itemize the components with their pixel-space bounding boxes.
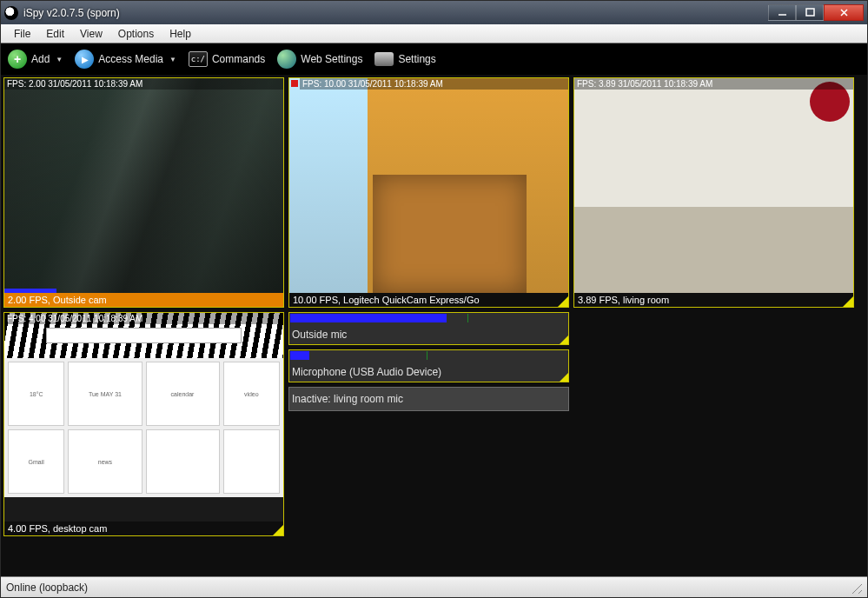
audio-usb-mic[interactable]: Microphone (USB Audio Device)	[288, 349, 569, 382]
access-media-label: Access Media	[98, 53, 163, 65]
misc-widget	[223, 429, 280, 494]
resize-handle-icon[interactable]	[843, 296, 853, 307]
minimize-button[interactable]	[768, 4, 796, 21]
chevron-down-icon: ▼	[169, 56, 176, 63]
browser-footer-thumb	[4, 497, 283, 522]
web-settings-label: Web Settings	[301, 53, 362, 65]
camera-outside-cam[interactable]: FPS: 2.00 31/05/2011 10:18:39 AM 2.00 FP…	[3, 77, 284, 308]
app-window: iSpy v2.0.7.5 (sporn) File Edit View Opt…	[0, 0, 868, 598]
feed-caption: 10.00 FPS, Logitech QuickCam Express/Go	[289, 293, 568, 307]
browser-header-thumb	[4, 313, 283, 358]
access-media-button[interactable]: ▶ Access Media ▼	[75, 50, 176, 69]
resize-handle-icon[interactable]	[560, 373, 568, 382]
audio-living-room-mic[interactable]: Inactive: living room mic	[288, 387, 569, 411]
video-feed	[289, 78, 568, 293]
audio-tick-icon	[427, 351, 427, 360]
menu-options[interactable]: Options	[110, 26, 162, 42]
statusbar: Online (loopback)	[1, 576, 867, 597]
status-text: Online (loopback)	[6, 581, 88, 594]
feed-caption: 2.00 FPS, Outside cam	[4, 293, 283, 307]
resize-grip-icon[interactable]	[850, 581, 862, 594]
feed-caption: 4.00 FPS, desktop cam	[4, 522, 283, 535]
workspace[interactable]: FPS: 2.00 31/05/2011 10:18:39 AM 2.00 FP…	[1, 75, 867, 576]
video-feed	[4, 78, 283, 293]
feed-caption: 3.89 FPS, living room	[574, 293, 853, 307]
audio-level-icon	[290, 314, 447, 322]
news-widget: news	[68, 429, 142, 494]
audio-level-icon	[290, 351, 309, 360]
menu-help[interactable]: Help	[162, 26, 199, 42]
commands-button[interactable]: c:/ Commands	[189, 51, 265, 67]
svg-rect-0	[806, 9, 814, 16]
searchbar-thumb	[46, 328, 242, 343]
audio-label: Microphone (USB Audio Device)	[292, 366, 441, 378]
settings-label: Settings	[398, 53, 435, 65]
settings-button[interactable]: Settings	[374, 52, 435, 66]
menu-file[interactable]: File	[6, 26, 38, 42]
web-settings-button[interactable]: Web Settings	[277, 50, 362, 69]
titlebar[interactable]: iSpy v2.0.7.5 (sporn)	[1, 1, 867, 24]
resize-handle-icon[interactable]	[558, 296, 568, 307]
add-label: Add	[31, 53, 50, 65]
window-buttons	[768, 4, 864, 21]
audio-label: Inactive: living room mic	[292, 393, 403, 405]
video-feed: 18°C Tue MAY 31 calendar video Gmail new…	[4, 313, 283, 522]
commands-label: Commands	[212, 53, 265, 65]
add-button[interactable]: + Add ▼	[8, 50, 63, 69]
maximize-button[interactable]	[796, 4, 824, 21]
desktop-widgets-thumb: 18°C Tue MAY 31 calendar video Gmail new…	[4, 358, 283, 497]
camera-desktop-cam[interactable]: 18°C Tue MAY 31 calendar video Gmail new…	[3, 312, 284, 536]
add-icon: +	[8, 50, 27, 69]
record-indicator-icon	[291, 80, 298, 87]
weather-widget: 18°C	[8, 362, 64, 426]
settings-icon	[374, 52, 394, 66]
video-feed	[574, 78, 853, 293]
menu-view[interactable]: View	[72, 26, 110, 42]
globe-icon	[277, 50, 296, 69]
date-widget: Tue MAY 31	[68, 362, 142, 426]
audio-outside-mic[interactable]: Outside mic	[288, 312, 569, 345]
audio-label: Outside mic	[292, 329, 347, 341]
close-button[interactable]	[824, 4, 864, 21]
cal-widget: calendar	[146, 362, 220, 426]
commands-icon: c:/	[189, 51, 208, 67]
resize-handle-icon[interactable]	[560, 336, 568, 344]
mail-widget: Gmail	[8, 429, 64, 494]
camera-living-room[interactable]: FPS: 3.89 31/05/2011 10:18:39 AM 3.89 FP…	[573, 77, 854, 308]
app-icon	[4, 6, 18, 20]
video-widget: video	[223, 362, 280, 426]
misc-widget	[146, 429, 220, 494]
menu-edit[interactable]: Edit	[38, 26, 72, 42]
camera-logitech[interactable]: FPS: 10.00 31/05/2011 10:18:39 AM 10.00 …	[288, 77, 569, 308]
menubar: File Edit View Options Help	[1, 24, 867, 43]
toolbar: + Add ▼ ▶ Access Media ▼ c:/ Commands We…	[1, 43, 867, 75]
play-icon: ▶	[75, 50, 94, 69]
resize-handle-icon[interactable]	[273, 525, 283, 535]
audio-level-icon	[4, 289, 56, 293]
audio-tick-icon	[467, 314, 468, 322]
window-title: iSpy v2.0.7.5 (sporn)	[23, 7, 763, 19]
chevron-down-icon: ▼	[56, 56, 63, 63]
